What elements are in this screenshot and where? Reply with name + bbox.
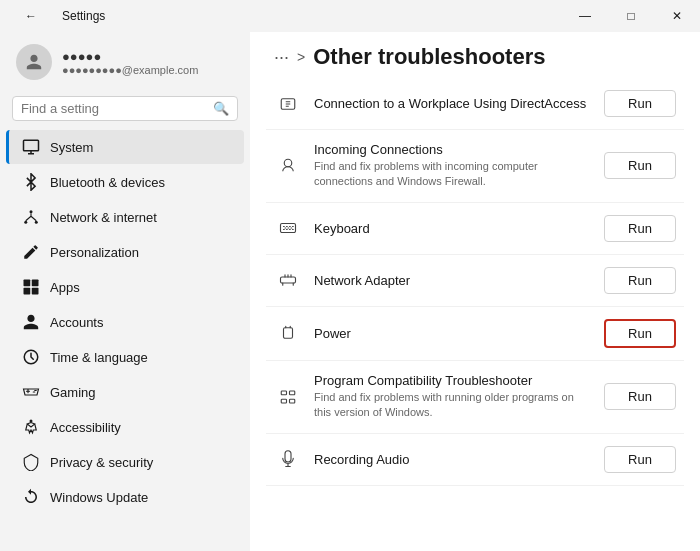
nav-icon-bluetooth — [22, 173, 40, 191]
troubleshooter-item-directaccess: Connection to a Workplace Using DirectAc… — [266, 78, 684, 130]
troubleshooter-item-program-compat: Program Compatibility Troubleshooter Fin… — [266, 361, 684, 434]
item-icon-network-adapter — [274, 271, 302, 289]
nav-label-network: Network & internet — [50, 210, 157, 225]
item-title-incoming: Incoming Connections — [314, 142, 592, 157]
nav-icon-accounts — [22, 313, 40, 331]
item-text-power: Power — [314, 326, 592, 341]
run-button-program-compat[interactable]: Run — [604, 383, 676, 410]
nav-icon-apps — [22, 278, 40, 296]
user-email: ●●●●●●●●●@example.com — [62, 64, 198, 76]
sidebar-item-bluetooth[interactable]: Bluetooth & devices — [6, 165, 244, 199]
svg-rect-7 — [32, 288, 39, 295]
sidebar-item-personalization[interactable]: Personalization — [6, 235, 244, 269]
svg-rect-17 — [281, 399, 286, 403]
item-text-network-adapter: Network Adapter — [314, 273, 592, 288]
troubleshooter-item-power: Power Run — [266, 307, 684, 361]
nav-label-accounts: Accounts — [50, 315, 103, 330]
item-icon-program-compat — [274, 388, 302, 406]
user-name: ●●●●● — [62, 49, 198, 64]
svg-rect-6 — [24, 288, 31, 295]
item-text-directaccess: Connection to a Workplace Using DirectAc… — [314, 96, 592, 111]
run-button-incoming[interactable]: Run — [604, 152, 676, 179]
sidebar-item-system[interactable]: System — [6, 130, 244, 164]
sidebar-item-apps[interactable]: Apps — [6, 270, 244, 304]
window-controls: — □ ✕ — [562, 0, 700, 32]
nav-label-gaming: Gaming — [50, 385, 96, 400]
svg-rect-14 — [284, 328, 293, 339]
search-box: 🔍 — [12, 96, 238, 121]
run-button-recording-audio[interactable]: Run — [604, 446, 676, 473]
item-icon-recording-audio — [274, 450, 302, 468]
close-button[interactable]: ✕ — [654, 0, 700, 32]
titlebar: ← Settings — □ ✕ — [0, 0, 700, 32]
troubleshooter-item-recording-audio: Recording Audio Run — [266, 434, 684, 486]
svg-rect-5 — [32, 280, 39, 287]
titlebar-left: ← Settings — [8, 0, 105, 32]
item-title-network-adapter: Network Adapter — [314, 273, 592, 288]
maximize-button[interactable]: □ — [608, 0, 654, 32]
svg-point-3 — [35, 221, 38, 224]
nav-label-privacy: Privacy & security — [50, 455, 153, 470]
user-section[interactable]: ●●●●● ●●●●●●●●●@example.com — [0, 32, 250, 92]
window-title: Settings — [62, 9, 105, 23]
sidebar: ●●●●● ●●●●●●●●●@example.com 🔍 System Blu… — [0, 32, 250, 551]
nav-label-apps: Apps — [50, 280, 80, 295]
nav-icon-system — [22, 138, 40, 156]
main-layout: ●●●●● ●●●●●●●●●@example.com 🔍 System Blu… — [0, 32, 700, 551]
item-icon-incoming — [274, 157, 302, 175]
nav-label-personalization: Personalization — [50, 245, 139, 260]
item-text-incoming: Incoming Connections Find and fix proble… — [314, 142, 592, 190]
item-title-power: Power — [314, 326, 592, 341]
item-icon-directaccess — [274, 95, 302, 113]
page-title: Other troubleshooters — [313, 44, 545, 70]
nav-icon-network — [22, 208, 40, 226]
breadcrumb-separator: > — [297, 49, 305, 65]
svg-rect-0 — [24, 140, 39, 151]
troubleshooter-item-incoming: Incoming Connections Find and fix proble… — [266, 130, 684, 203]
item-desc-incoming: Find and fix problems with incoming comp… — [314, 159, 592, 190]
sidebar-item-gaming[interactable]: Gaming — [6, 375, 244, 409]
svg-rect-4 — [24, 280, 31, 287]
nav-label-bluetooth: Bluetooth & devices — [50, 175, 165, 190]
troubleshooter-item-keyboard: Keyboard Run — [266, 203, 684, 255]
svg-rect-18 — [290, 399, 295, 403]
nav-label-system: System — [50, 140, 93, 155]
back-button[interactable]: ← — [8, 0, 54, 32]
breadcrumb-dots[interactable]: ··· — [274, 47, 289, 68]
nav-icon-update — [22, 488, 40, 506]
svg-point-1 — [30, 210, 33, 213]
svg-point-11 — [284, 159, 292, 167]
run-button-power[interactable]: Run — [604, 319, 676, 348]
run-button-network-adapter[interactable]: Run — [604, 267, 676, 294]
nav-label-update: Windows Update — [50, 490, 148, 505]
content-area: ··· > Other troubleshooters Connection t… — [250, 32, 700, 551]
item-icon-keyboard — [274, 219, 302, 237]
sidebar-item-accounts[interactable]: Accounts — [6, 305, 244, 339]
svg-point-2 — [24, 221, 27, 224]
troubleshooter-list: Connection to a Workplace Using DirectAc… — [250, 78, 700, 486]
avatar — [16, 44, 52, 80]
minimize-button[interactable]: — — [562, 0, 608, 32]
run-button-keyboard[interactable]: Run — [604, 215, 676, 242]
item-text-keyboard: Keyboard — [314, 221, 592, 236]
sidebar-item-accessibility[interactable]: Accessibility — [6, 410, 244, 444]
item-icon-power — [274, 324, 302, 342]
nav-label-time: Time & language — [50, 350, 148, 365]
search-input[interactable] — [21, 101, 207, 116]
nav-icon-privacy — [22, 453, 40, 471]
nav-icon-accessibility — [22, 418, 40, 436]
user-info: ●●●●● ●●●●●●●●●@example.com — [62, 49, 198, 76]
nav-label-accessibility: Accessibility — [50, 420, 121, 435]
svg-rect-15 — [281, 391, 286, 395]
run-button-directaccess[interactable]: Run — [604, 90, 676, 117]
item-title-keyboard: Keyboard — [314, 221, 592, 236]
item-desc-program-compat: Find and fix problems with running older… — [314, 390, 592, 421]
sidebar-item-update[interactable]: Windows Update — [6, 480, 244, 514]
content-header: ··· > Other troubleshooters — [250, 32, 700, 78]
item-text-recording-audio: Recording Audio — [314, 452, 592, 467]
svg-rect-13 — [281, 277, 296, 283]
sidebar-item-network[interactable]: Network & internet — [6, 200, 244, 234]
sidebar-item-privacy[interactable]: Privacy & security — [6, 445, 244, 479]
item-title-recording-audio: Recording Audio — [314, 452, 592, 467]
sidebar-item-time[interactable]: Time & language — [6, 340, 244, 374]
